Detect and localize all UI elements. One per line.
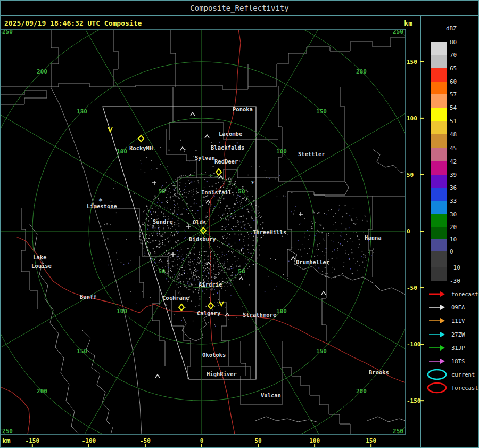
echo-speckle — [236, 265, 236, 265]
echo-speckle — [151, 214, 152, 215]
echo-speckle — [185, 175, 186, 176]
colorbar-value-label: 30 — [450, 211, 457, 218]
echo-speckle — [213, 266, 214, 267]
county-line — [241, 341, 246, 376]
echo-speckle — [173, 182, 174, 183]
echo-speckle — [123, 264, 124, 265]
echo-speckle — [304, 218, 305, 219]
echo-speckle — [216, 274, 216, 275]
km-unit-top: km — [404, 19, 412, 27]
colorbar-block — [431, 134, 447, 148]
echo-speckle — [233, 194, 233, 195]
echo-speckle — [160, 242, 160, 242]
echo-speckle — [353, 241, 353, 242]
echo-speckle — [168, 263, 169, 264]
county-line — [82, 330, 113, 434]
echo-speckle — [363, 254, 364, 255]
echo-speckle — [235, 184, 235, 184]
echo-speckle — [323, 239, 324, 239]
echo-speckle — [158, 199, 158, 200]
echo-speckle — [235, 277, 236, 278]
echo-speckle — [196, 264, 197, 265]
echo-speckle — [155, 227, 155, 228]
echo-speckle — [156, 247, 156, 248]
echo-speckle — [214, 173, 215, 174]
echo-speckle — [144, 225, 144, 226]
echo-speckle — [234, 267, 234, 267]
echo-speckle — [202, 321, 202, 321]
echo-speckle — [357, 235, 358, 237]
echo-speckle — [219, 197, 220, 198]
echo-speckle — [236, 183, 236, 183]
city-label: Strathmore — [243, 312, 276, 318]
ring-distance-label: 150 — [316, 348, 327, 355]
echo-speckle — [126, 239, 127, 240]
echo-speckle — [238, 266, 239, 267]
echo-speckle — [181, 274, 182, 274]
echo-speckle — [233, 193, 234, 193]
echo-speckle — [206, 276, 207, 277]
echo-speckle — [186, 209, 187, 209]
window-title: Composite_Reflectivity — [190, 4, 288, 13]
echo-speckle — [204, 278, 204, 279]
echo-speckle — [208, 273, 209, 274]
echo-speckle — [214, 273, 214, 274]
echo-speckle — [226, 283, 227, 283]
echo-speckle — [146, 157, 147, 157]
echo-speckle — [144, 222, 145, 223]
echo-speckle — [227, 213, 228, 214]
echo-speckle — [355, 263, 356, 264]
echo-speckle — [340, 245, 341, 245]
echo-speckle — [312, 223, 313, 224]
echo-speckle — [239, 240, 240, 241]
echo-speckle — [199, 206, 200, 206]
echo-speckle — [160, 234, 160, 234]
echo-speckle — [147, 247, 148, 248]
echo-speckle — [171, 183, 172, 183]
echo-speckle — [208, 256, 209, 256]
echo-speckle — [168, 241, 169, 242]
colorbar-value-label: 20 — [450, 224, 457, 231]
echo-speckle — [253, 264, 254, 265]
echo-speckle — [166, 254, 166, 255]
echo-speckle — [174, 274, 174, 275]
echo-speckle — [207, 289, 207, 289]
echo-speckle — [193, 194, 194, 194]
echo-speckle — [245, 200, 245, 201]
echo-speckle — [349, 258, 350, 259]
echo-speckle — [159, 260, 160, 261]
echo-speckle — [205, 196, 206, 197]
echo-speckle — [221, 198, 222, 198]
echo-speckle — [237, 142, 238, 143]
echo-speckle — [152, 240, 153, 241]
axis-right-label: 50 — [407, 172, 414, 178]
echo-speckle — [167, 259, 168, 259]
echo-speckle — [218, 215, 219, 215]
echo-speckle — [195, 150, 196, 151]
echo-speckle — [201, 255, 202, 256]
colorbar-block — [431, 121, 447, 134]
county-line — [278, 86, 282, 181]
echo-speckle — [206, 216, 207, 216]
echo-speckle — [168, 191, 168, 191]
echo-speckle — [247, 232, 248, 233]
map-area[interactable]: ** 5050505010010010010015015015015020020… — [0, 0, 479, 448]
colorbar-block — [431, 108, 447, 121]
echo-speckle — [214, 324, 215, 325]
colorbar-value-label: 54 — [450, 104, 457, 111]
echo-speckle — [143, 224, 144, 225]
echo-speckle — [185, 231, 186, 231]
echo-speckle — [252, 210, 252, 211]
echo-speckle — [326, 252, 326, 252]
echo-speckle — [178, 284, 179, 284]
echo-speckle — [108, 239, 109, 240]
echo-speckle — [233, 217, 234, 217]
echo-speckle — [217, 302, 218, 303]
echo-speckle — [353, 208, 353, 208]
echo-speckle — [134, 193, 135, 194]
station-diamond-marker — [216, 169, 221, 175]
city-label: Hanna — [365, 234, 382, 241]
echo-speckle — [180, 294, 181, 294]
echo-speckle — [130, 291, 130, 292]
city-label: Lake — [33, 254, 46, 260]
